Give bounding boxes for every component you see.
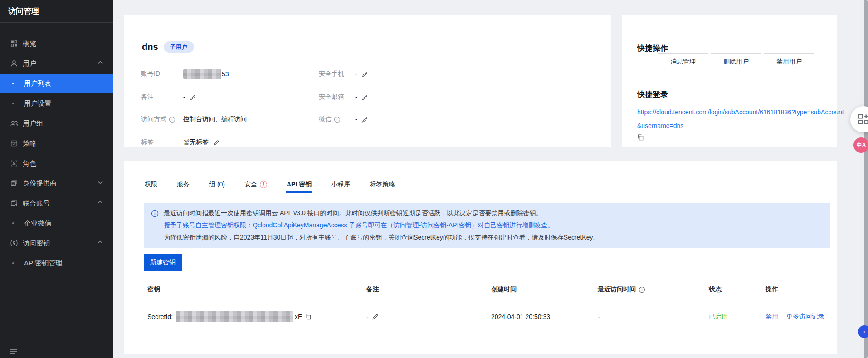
translate-button[interactable]: 中A	[853, 137, 868, 153]
tag-value: 暂无标签	[183, 138, 219, 147]
sidebar: 访问管理 概览 用户 用户列表 用户设置 用户组	[0, 0, 113, 358]
copy-secret-icon[interactable]	[305, 313, 312, 320]
sidebar-item-label: API密钥管理	[24, 259, 62, 268]
info-banner: 最近访问时间指最近一次使用密钥调用云 API_v3.0 接口的时间。此时间仅供判…	[144, 203, 830, 248]
info-icon[interactable]	[169, 116, 176, 123]
delete-user-button[interactable]: 删除用户	[711, 53, 761, 70]
sidebar-item-label: 角色	[23, 159, 36, 168]
edit-tag-icon[interactable]	[213, 139, 219, 146]
api-key-detail-card: 权限 服务 组 (0) 安全! API 密钥 小程序 标签策略 最近访问时间指最…	[124, 161, 837, 354]
access-key-icon	[10, 239, 19, 248]
sidebar-item-roles[interactable]: 角色	[0, 153, 113, 173]
col-header-status: 状态	[709, 280, 722, 299]
mini-program-panel-button[interactable]	[850, 106, 868, 132]
masked-account-id	[183, 69, 221, 79]
copy-link-icon[interactable]	[637, 134, 845, 141]
overview-grid-icon	[10, 39, 19, 48]
tab-tag-policies[interactable]: 标签策略	[369, 177, 396, 192]
sidebar-item-user-groups[interactable]: 用户组	[0, 113, 113, 133]
table-row: SecretId: xE - 2024-04-01 20:50:33 - 已启用…	[144, 299, 830, 334]
quick-actions-card: 快捷操作 消息管理 删除用户 禁用用户 快捷登录 https://cloud.t…	[622, 15, 837, 147]
more-access-records-link[interactable]: 更多访问记录	[786, 313, 824, 321]
sidebar-collapse-icon[interactable]	[9, 348, 19, 356]
tab-groups[interactable]: 组 (0)	[208, 177, 226, 192]
disable-key-link[interactable]: 禁用	[766, 313, 778, 321]
note-label: 备注	[141, 93, 183, 101]
message-management-button[interactable]: 消息管理	[658, 53, 708, 70]
role-icon	[10, 159, 19, 168]
scrollbar-thumb[interactable]	[864, 0, 868, 358]
chevron-up-icon	[98, 61, 103, 64]
chevron-up-icon	[98, 240, 103, 244]
account-id-label: 账号ID	[141, 70, 183, 78]
translate-icon: 中A	[857, 142, 866, 149]
sidebar-item-user-settings[interactable]: 用户设置	[0, 93, 113, 113]
edit-key-note-icon[interactable]	[371, 313, 379, 320]
sidebar-item-users[interactable]: 用户	[0, 54, 113, 74]
user-name: dns	[142, 42, 158, 52]
create-key-button[interactable]: 新建密钥	[144, 254, 182, 271]
access-method-value: 控制台访问、编程访问	[183, 115, 247, 123]
qr-grid-plus-icon	[858, 113, 868, 125]
email-value: -	[355, 93, 368, 101]
chevron-down-icon	[98, 181, 103, 184]
expand-panel-button[interactable]: ‹	[858, 325, 868, 338]
policy-icon	[10, 139, 19, 148]
wechat-label: 微信	[319, 115, 355, 123]
email-label: 安全邮箱	[319, 93, 355, 101]
wechat-value: -	[355, 116, 368, 123]
sidebar-item-label: 身份提供商	[23, 179, 57, 188]
sidebar-menu: 概览 用户 用户列表 用户设置 用户组 策略	[0, 23, 113, 273]
actions-cell: 禁用 更多访问记录	[766, 299, 830, 334]
disable-user-button[interactable]: 禁用用户	[764, 53, 814, 70]
col-header-actions: 操作	[766, 280, 778, 299]
edit-phone-icon[interactable]	[361, 71, 368, 78]
sidebar-item-overview[interactable]: 概览	[0, 34, 113, 54]
sidebar-item-label: 概览	[23, 39, 36, 48]
sidebar-item-wecom[interactable]: 企业微信	[0, 213, 113, 233]
banner-line-2-link[interactable]: 授予子账号自主管理密钥权限：QcloudCollApiKeyManageAcce…	[164, 219, 821, 231]
info-icon	[151, 210, 159, 217]
user-icon	[10, 59, 19, 68]
account-id-value: 53	[183, 69, 229, 79]
user-type-badge: 子用户	[164, 41, 194, 53]
tab-services[interactable]: 服务	[176, 177, 190, 192]
user-group-icon	[10, 119, 19, 128]
phone-value: -	[355, 70, 368, 78]
quick-login-title: 快捷登录	[637, 89, 668, 100]
table-header-row: 密钥 备注 创建时间 最近访问时间 状态 操作	[144, 280, 830, 299]
masked-secret-id	[176, 311, 293, 322]
sidebar-item-policies[interactable]: 策略	[0, 133, 113, 153]
quick-ops-title: 快捷操作	[637, 43, 668, 54]
key-note-cell: -	[366, 299, 379, 334]
sidebar-item-label: 用户列表	[24, 79, 51, 88]
tag-label: 标签	[141, 138, 183, 147]
sidebar-item-label: 企业微信	[24, 219, 51, 228]
note-value: -	[183, 93, 196, 101]
info-icon[interactable]	[639, 286, 645, 293]
tab-api-keys[interactable]: API 密钥	[286, 177, 312, 192]
sidebar-item-label: 策略	[23, 139, 36, 148]
identity-provider-icon	[10, 179, 19, 188]
phone-label: 安全手机	[319, 70, 355, 78]
sidebar-item-access-keys[interactable]: 访问密钥	[0, 233, 113, 253]
sidebar-item-user-list[interactable]: 用户列表	[0, 74, 113, 93]
sub-account-login-link[interactable]: https://cloud.tencent.com/login/subAccou…	[637, 105, 845, 141]
tab-mini-program[interactable]: 小程序	[330, 177, 351, 192]
created-time-cell: 2024-04-01 20:50:33	[491, 299, 550, 334]
tab-permissions[interactable]: 权限	[144, 177, 158, 192]
edit-wechat-icon[interactable]	[361, 116, 368, 123]
col-header-last-access: 最近访问时间	[598, 280, 645, 299]
security-warning-icon: !	[260, 181, 267, 188]
sidebar-item-identity-providers[interactable]: 身份提供商	[0, 173, 113, 193]
edit-note-icon[interactable]	[190, 94, 196, 101]
card-divider	[314, 52, 314, 148]
edit-email-icon[interactable]	[361, 94, 368, 101]
sidebar-item-label: 访问密钥	[23, 239, 50, 248]
chevron-up-icon	[98, 201, 103, 204]
info-icon[interactable]	[334, 116, 341, 123]
sidebar-item-api-key-management[interactable]: API密钥管理	[0, 253, 113, 273]
tab-security[interactable]: 安全!	[244, 177, 268, 192]
sidebar-item-federated-accounts[interactable]: 联合账号	[0, 193, 113, 213]
secret-id-cell: SecretId: xE	[147, 299, 312, 334]
